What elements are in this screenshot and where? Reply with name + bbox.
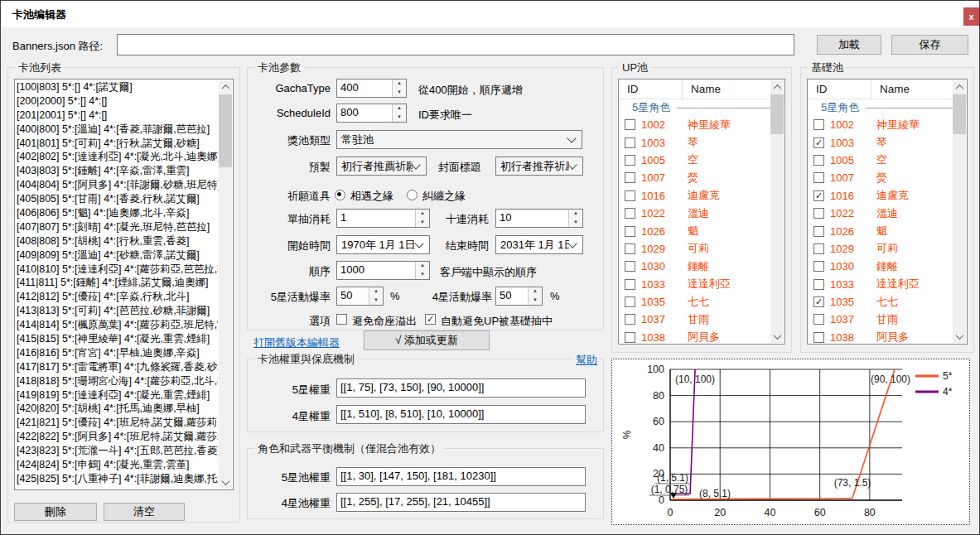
row-checkbox[interactable] [813,314,824,325]
list-item[interactable]: [414|814] 5*:[楓原萬葉] 4*:[蘿莎莉亞,班尼特,雷澤] [17,318,218,332]
delete-button[interactable]: 刪除 [14,503,97,521]
pool-row[interactable]: 1002神里綾華 [808,116,967,133]
pool-row[interactable]: 1002神里綾華 [619,116,784,133]
gachatype-input[interactable]: 400 ▲▼ [336,79,407,98]
row-checkbox[interactable] [625,332,635,343]
list-item[interactable]: [423|823] 5*:[荒瀧一斗] 4*:[五郎,芭芭拉,香菱] [17,444,218,458]
scroll-up-icon[interactable] [219,80,232,94]
pool-row[interactable]: 1033達達利亞 [619,276,784,293]
order-input[interactable]: 1000 ▲▼ [336,261,430,280]
list-item[interactable]: [417|817] 5*:[雷電將軍] 4*:[九條裟羅,香菱,砂糖] [17,360,218,374]
spinner-arrows-icon[interactable]: ▲▼ [528,287,542,305]
list-item[interactable]: [403|803] 5*:[鍾離] 4*:[辛焱,雷澤,重雲] [17,164,218,178]
pool-row[interactable]: 1005空 [808,152,967,169]
row-checkbox[interactable] [625,279,635,290]
pool-row[interactable]: 1022溫迪 [619,205,784,222]
row-checkbox[interactable] [813,172,824,183]
pool-row[interactable]: 1007熒 [808,169,967,186]
scheduleid-input[interactable]: 800 ▲▼ [336,104,407,123]
close-button[interactable]: x [963,7,979,26]
list-item[interactable]: [418|818] 5*:[珊瑚宮心海] 4*:[蘿莎莉亞,北斗,行秋] [17,374,218,388]
scroll-down-icon[interactable] [770,330,784,343]
up-pool-scrollbar[interactable] [770,80,784,343]
list-item[interactable]: [408|808] 5*:[胡桃] 4*:[行秋,重雲,香菱] [17,234,218,248]
list-item[interactable]: [406|806] 5*:[魈] 4*:[迪奧娜,北斗,辛焱] [17,206,218,220]
add-update-button[interactable]: √ 添加或更新 [364,330,490,350]
spinner-arrows-icon[interactable]: ▲▼ [568,210,582,227]
pool-row[interactable]: ✓1003琴 [808,133,967,151]
scroll-thumb[interactable] [219,94,232,167]
list-item[interactable]: [416|816] 5*:[宵宮] 4*:[早柚,迪奧娜,辛焱] [17,346,218,360]
list-item[interactable]: [401|801] 5*:[可莉] 4*:[行秋,諾艾爾,砂糖] [17,137,218,151]
row-checkbox[interactable] [625,243,635,254]
spinner-arrows-icon[interactable]: ▲▼ [415,210,429,227]
star5-weight-input[interactable]: [[1, 75], [73, 150], [90, 10000]] [336,378,586,398]
list-item[interactable]: [422|822] 5*:[阿貝多] 4*:[班尼特,諾艾爾,蘿莎莉亞] [17,430,218,444]
row-checkbox[interactable]: ✓ [813,190,824,201]
help-link[interactable]: 幫助 [573,353,600,368]
base-pool-scrollbar[interactable] [953,80,966,343]
list-item[interactable]: [100|803] 5*:[] 4*:[諾艾爾] [17,80,218,94]
list-item[interactable]: [421|821] 5*:[優菈] 4*:[班尼特,諾艾爾,蘿莎莉亞] [17,416,218,430]
row-checkbox[interactable] [625,190,635,201]
pool-type-select[interactable]: 常驻池 [336,130,582,149]
pool-row[interactable]: 1037甘雨 [619,311,784,328]
pool-row[interactable]: 1003琴 [619,133,784,151]
meet-fate-radio[interactable] [335,190,345,200]
pool-row[interactable]: 1005空 [619,152,784,169]
pool-row[interactable]: ✓1016迪盧克 [808,187,967,205]
pool-row[interactable]: 1016迪盧克 [619,187,784,205]
list-item[interactable]: [405|805] 5*:[甘雨] 4*:[香菱,行秋,諾艾爾] [17,192,218,206]
pool-row[interactable]: 1030鍾離 [808,258,967,275]
row-checkbox[interactable] [625,314,635,325]
avoid-constellation-checkbox[interactable] [336,314,347,325]
ten-cost-input[interactable]: 10 ▲▼ [495,209,583,228]
row-checkbox[interactable] [813,279,824,290]
path-input[interactable] [117,34,794,55]
list-item[interactable]: [407|807] 5*:[刻晴] 4*:[凝光,班尼特,芭芭拉] [17,220,218,234]
cover-title-select[interactable]: 初行者推荐祈愿 [495,157,583,176]
spinner-arrows-icon[interactable]: ▲▼ [392,104,406,122]
row-checkbox[interactable]: ✓ [813,296,824,307]
scroll-down-icon[interactable] [953,330,966,343]
pool-row[interactable]: 1038阿貝多 [808,329,967,345]
entangle-fate-radio[interactable] [407,190,418,200]
list-item[interactable]: [400|800] 5*:[溫迪] 4*:[香菱,菲謝爾,芭芭拉] [17,123,218,137]
spinner-arrows-icon[interactable]: ▲▼ [392,80,406,97]
single-cost-input[interactable]: 1 ▲▼ [336,209,430,228]
row-checkbox[interactable] [625,296,635,307]
row-checkbox[interactable] [625,226,635,237]
start-time-picker[interactable]: 1970年 1月 1日 [336,235,430,254]
preset-select[interactable]: 初行者推薦祈願 [336,157,427,176]
scroll-thumb[interactable] [953,94,966,134]
pool-row[interactable]: 1037甘雨 [808,311,967,328]
star5-pool-weight-input[interactable]: [[1, 30], [147, 150], [181, 10230]] [336,467,586,486]
star4-weight-input[interactable]: [[1, 510], [8, 510], [10, 10000]] [336,405,586,424]
list-item[interactable]: [412|812] 5*:[優菈] 4*:[辛焱,行秋,北斗] [17,290,218,304]
row-checkbox[interactable]: ✓ [813,137,824,148]
list-item[interactable]: [409|809] 5*:[溫迪] 4*:[砂糖,雷澤,諾艾爾] [17,248,218,263]
row-checkbox[interactable] [813,208,824,219]
list-scrollbar[interactable] [219,80,232,489]
list-item[interactable]: [404|804] 5*:[阿貝多] 4*:[菲謝爾,砂糖,班尼特] [17,178,218,192]
row-checkbox[interactable] [813,332,824,343]
row-checkbox[interactable] [813,119,824,130]
list-item[interactable]: [201|2001] 5*:[] 4*:[] [17,108,218,123]
pool-row[interactable]: 1029可莉 [619,240,784,258]
list-item[interactable]: [402|802] 5*:[達達利亞] 4*:[凝光,北斗,迪奧娜] [17,150,218,164]
pool-row[interactable]: 1038阿貝多 [619,329,784,345]
rate5-input[interactable]: 50 ▲▼ [336,287,384,306]
list-item[interactable]: [410|810] 5*:[達達利亞] 4*:[蘿莎莉亞,芭芭拉,菲謝爾] [17,263,218,277]
pool-row[interactable]: 1007熒 [619,169,784,186]
star4-pool-weight-input[interactable]: [[1, 255], [17, 255], [21, 10455]] [336,493,586,512]
load-button[interactable]: 加載 [817,35,881,55]
row-checkbox[interactable] [625,208,635,219]
row-checkbox[interactable] [813,226,824,237]
pool-row[interactable]: 1035七七 [619,293,784,311]
scroll-up-icon[interactable] [953,80,966,94]
row-checkbox[interactable] [625,261,635,272]
list-item[interactable]: [420|820] 5*:[胡桃] 4*:[托馬,迪奧娜,早柚] [17,402,218,416]
pool-row[interactable]: ✓1035七七 [808,293,967,311]
row-checkbox[interactable] [625,119,635,130]
scroll-thumb[interactable] [770,94,784,134]
